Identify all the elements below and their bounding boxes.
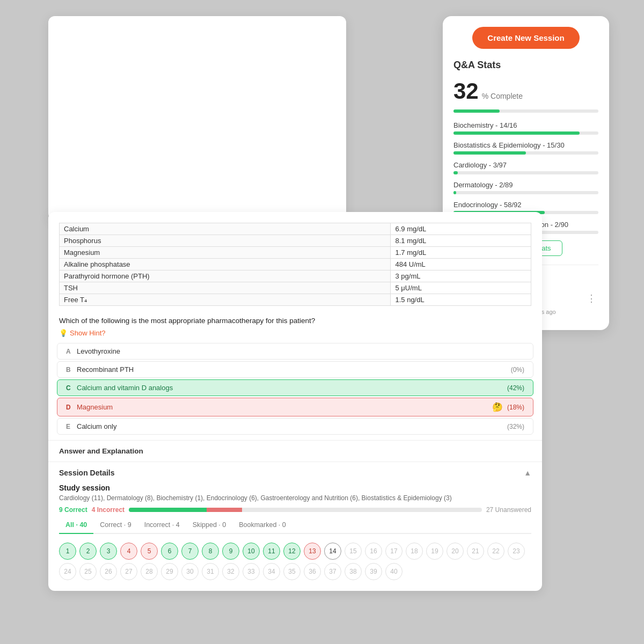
lab-name: Phosphorus xyxy=(60,235,391,247)
question-number[interactable]: 23 xyxy=(508,543,525,560)
question-number[interactable]: 5 xyxy=(141,543,158,560)
correct-label: 9 Correct xyxy=(59,506,87,514)
overall-progress-fill xyxy=(453,109,500,113)
question-number[interactable]: 25 xyxy=(79,563,97,580)
question-number[interactable]: 14 xyxy=(324,543,341,560)
answer-explanation-header: Answer and Explanation xyxy=(48,440,542,462)
question-number[interactable]: 36 xyxy=(304,563,321,580)
lab-name: TSH xyxy=(60,282,391,294)
answer-letter: A xyxy=(66,348,77,355)
unanswered-label: 27 Unanswered xyxy=(486,506,531,514)
answer-option-a[interactable]: A Levothyroxine xyxy=(57,343,533,360)
question-number[interactable]: 24 xyxy=(59,563,76,580)
stat-bar-fill xyxy=(453,171,458,174)
session-progress-bar xyxy=(129,508,482,512)
stat-bar-fill xyxy=(453,151,526,155)
question-number[interactable]: 38 xyxy=(345,563,362,580)
filter-tab[interactable]: Incorrect · 4 xyxy=(138,517,186,534)
question-number[interactable]: 28 xyxy=(141,563,158,580)
question-number[interactable]: 11 xyxy=(263,543,280,560)
answer-letter: C xyxy=(66,384,77,392)
filter-tab[interactable]: Skipped · 0 xyxy=(186,517,233,534)
filter-tab[interactable]: Correct · 9 xyxy=(93,517,137,534)
question-number[interactable]: 35 xyxy=(283,563,301,580)
lab-table-row: TSH5 μU/mL xyxy=(60,282,531,294)
progress-incorrect-fill xyxy=(207,508,242,512)
answer-pct: (18%) xyxy=(507,404,524,411)
question-number[interactable]: 40 xyxy=(385,563,402,580)
stat-bar-bg xyxy=(453,151,598,155)
lab-name: Free T₄ xyxy=(60,294,391,306)
create-new-session-button[interactable]: Create New Session xyxy=(472,27,579,49)
question-number[interactable]: 9 xyxy=(222,543,239,560)
stat-label: Biostatistics & Epidemiology - 15/30 xyxy=(453,141,598,149)
question-number[interactable]: 3 xyxy=(100,543,117,560)
session-menu-icon[interactable]: ⋮ xyxy=(584,291,598,305)
question-number[interactable]: 2 xyxy=(79,543,97,560)
question-number[interactable]: 17 xyxy=(385,543,402,560)
question-number[interactable]: 20 xyxy=(447,543,464,560)
question-number[interactable]: 32 xyxy=(222,563,239,580)
answer-pct: (42%) xyxy=(507,384,524,392)
qa-stats-title: Q&A Stats xyxy=(453,60,598,71)
answer-emoji: 🤔 xyxy=(492,402,503,412)
question-text: Which of the following is the most appro… xyxy=(48,311,542,328)
question-number[interactable]: 30 xyxy=(181,563,199,580)
lab-table-row: Magnesium1.7 mg/dL xyxy=(60,247,531,259)
answer-text: Calcium and vitamin D analogs xyxy=(77,384,503,392)
question-number[interactable]: 21 xyxy=(467,543,484,560)
answer-option-c[interactable]: C Calcium and vitamin D analogs (42%) xyxy=(57,379,533,396)
answer-letter: D xyxy=(66,404,77,411)
stat-item: Cardiology - 3/97 xyxy=(453,161,598,174)
show-hint[interactable]: 💡 Show Hint? xyxy=(48,328,542,341)
question-number[interactable]: 37 xyxy=(324,563,341,580)
question-number[interactable]: 18 xyxy=(406,543,423,560)
percent-label: % Complete xyxy=(482,92,523,100)
lab-name: Alkaline phosphatase xyxy=(60,259,391,270)
answer-option-e[interactable]: E Calcium only (32%) xyxy=(57,418,533,435)
stat-item: Dermatology - 2/89 xyxy=(453,181,598,194)
question-number[interactable]: 34 xyxy=(263,563,280,580)
filter-tab[interactable]: Bookmarked · 0 xyxy=(232,517,292,534)
question-number[interactable]: 31 xyxy=(202,563,219,580)
question-number[interactable]: 13 xyxy=(304,543,321,560)
question-number[interactable]: 10 xyxy=(243,543,260,560)
question-number[interactable]: 33 xyxy=(243,563,260,580)
question-number[interactable]: 19 xyxy=(426,543,443,560)
question-number[interactable]: 15 xyxy=(345,543,362,560)
question-number[interactable]: 8 xyxy=(202,543,219,560)
answers-container: A Levothyroxine B Recombinant PTH (0%) C… xyxy=(48,343,542,435)
question-number[interactable]: 39 xyxy=(365,563,382,580)
filter-tabs: All · 40Correct · 9Incorrect · 4Skipped … xyxy=(59,517,531,534)
question-number[interactable]: 26 xyxy=(100,563,117,580)
answer-text: Calcium only xyxy=(77,422,503,430)
lab-value: 5 μU/mL xyxy=(391,282,531,294)
lab-table-wrap: Calcium6.9 mg/dLPhosphorus8.1 mg/dLMagne… xyxy=(48,223,542,306)
chevron-up-icon: ▲ xyxy=(524,469,531,477)
question-number[interactable]: 22 xyxy=(487,543,504,560)
answer-option-d[interactable]: D Magnesium 🤔 (18%) xyxy=(57,398,533,416)
answer-letter: E xyxy=(66,423,77,430)
filter-tab[interactable]: All · 40 xyxy=(59,517,93,534)
top-left-card xyxy=(48,16,346,220)
stat-bar-fill xyxy=(453,131,580,135)
stat-label: Dermatology - 2/89 xyxy=(453,181,598,189)
question-number[interactable]: 16 xyxy=(365,543,382,560)
question-number[interactable]: 7 xyxy=(181,543,199,560)
stat-bar-fill xyxy=(453,191,456,194)
answer-pct: (0%) xyxy=(511,366,524,374)
question-number[interactable]: 29 xyxy=(161,563,178,580)
answer-text: Levothyroxine xyxy=(77,347,524,355)
question-number[interactable]: 1 xyxy=(59,543,76,560)
stat-label: Cardiology - 3/97 xyxy=(453,161,598,169)
question-number[interactable]: 27 xyxy=(120,563,137,580)
answer-option-b[interactable]: B Recombinant PTH (0%) xyxy=(57,361,533,378)
lab-name: Calcium xyxy=(60,223,391,235)
lab-value: 6.9 mg/dL xyxy=(391,223,531,235)
stat-label: Biochemistry - 14/16 xyxy=(453,121,598,129)
session-details-header[interactable]: Session Details ▲ xyxy=(48,462,542,484)
answer-pct: (32%) xyxy=(507,423,524,430)
question-number[interactable]: 6 xyxy=(161,543,178,560)
question-number[interactable]: 4 xyxy=(120,543,137,560)
question-number[interactable]: 12 xyxy=(283,543,301,560)
